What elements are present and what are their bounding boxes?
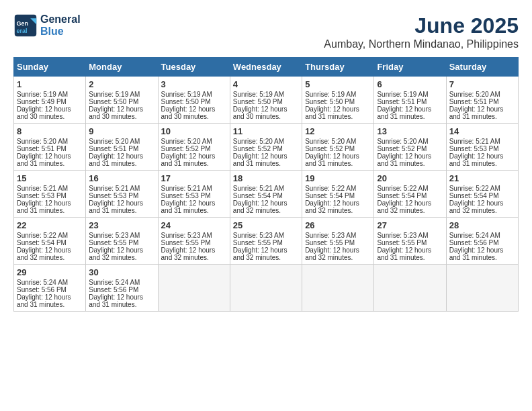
sunset-label: Sunset: 5:50 PM xyxy=(161,98,211,105)
daylight-label: Daylight: 12 hours and 31 minutes. xyxy=(161,152,216,167)
daylight-label: Daylight: 12 hours and 32 minutes. xyxy=(305,199,359,214)
day-number: 11 xyxy=(233,126,299,136)
calendar-cell: 28Sunrise: 5:24 AMSunset: 5:56 PMDayligh… xyxy=(446,218,518,265)
daylight-label: Daylight: 12 hours and 31 minutes. xyxy=(89,199,143,214)
day-number: 30 xyxy=(89,267,154,277)
header-day-sunday: Sunday xyxy=(14,58,86,77)
day-number: 24 xyxy=(161,220,227,230)
header-day-monday: Monday xyxy=(86,58,158,77)
title-area: June 2025 Aumbay, Northern Mindanao, Phi… xyxy=(324,13,519,50)
sunset-label: Sunset: 5:52 PM xyxy=(377,145,427,152)
daylight-label: Daylight: 12 hours and 31 minutes. xyxy=(449,152,504,167)
calendar-cell: 21Sunrise: 5:22 AMSunset: 5:54 PMDayligh… xyxy=(446,171,518,218)
daylight-label: Daylight: 12 hours and 31 minutes. xyxy=(17,152,71,167)
location-title: Aumbay, Northern Mindanao, Philippines xyxy=(324,38,519,50)
day-number: 21 xyxy=(449,173,515,183)
sunrise-label: Sunrise: 5:21 AM xyxy=(89,185,140,192)
daylight-label: Daylight: 12 hours and 31 minutes. xyxy=(377,105,431,120)
daylight-label: Daylight: 12 hours and 31 minutes. xyxy=(17,199,71,214)
sunset-label: Sunset: 5:52 PM xyxy=(233,145,283,152)
calendar-cell: 10Sunrise: 5:20 AMSunset: 5:52 PMDayligh… xyxy=(158,124,230,171)
sunset-label: Sunset: 5:55 PM xyxy=(305,239,355,246)
day-number: 2 xyxy=(89,79,154,89)
sunset-label: Sunset: 5:51 PM xyxy=(449,98,499,105)
sunrise-label: Sunrise: 5:23 AM xyxy=(89,232,140,239)
sunrise-label: Sunrise: 5:23 AM xyxy=(233,232,284,239)
sunrise-label: Sunrise: 5:21 AM xyxy=(233,185,284,192)
calendar-cell: 16Sunrise: 5:21 AMSunset: 5:53 PMDayligh… xyxy=(86,171,158,218)
day-number: 22 xyxy=(17,220,83,230)
daylight-label: Daylight: 12 hours and 31 minutes. xyxy=(305,152,359,167)
calendar-cell: 24Sunrise: 5:23 AMSunset: 5:55 PMDayligh… xyxy=(158,218,230,265)
day-number: 17 xyxy=(161,173,227,183)
calendar-header-row: SundayMondayTuesdayWednesdayThursdayFrid… xyxy=(14,58,519,77)
calendar-cell xyxy=(158,265,230,312)
sunset-label: Sunset: 5:55 PM xyxy=(89,239,138,246)
calendar-cell: 6Sunrise: 5:19 AMSunset: 5:51 PMDaylight… xyxy=(374,77,446,124)
sunset-label: Sunset: 5:54 PM xyxy=(305,192,355,199)
calendar-cell xyxy=(374,265,446,312)
sunrise-label: Sunrise: 5:21 AM xyxy=(17,185,68,192)
sunset-label: Sunset: 5:55 PM xyxy=(161,239,211,246)
day-number: 14 xyxy=(449,126,515,136)
day-number: 3 xyxy=(161,79,227,89)
sunrise-label: Sunrise: 5:19 AM xyxy=(161,91,212,98)
day-number: 13 xyxy=(377,126,443,136)
sunrise-label: Sunrise: 5:20 AM xyxy=(17,138,68,145)
day-number: 26 xyxy=(305,220,371,230)
daylight-label: Daylight: 12 hours and 31 minutes. xyxy=(377,152,431,167)
day-number: 8 xyxy=(17,126,83,136)
sunset-label: Sunset: 5:55 PM xyxy=(233,239,283,246)
sunrise-label: Sunrise: 5:24 AM xyxy=(17,279,68,286)
calendar-cell: 20Sunrise: 5:22 AMSunset: 5:54 PMDayligh… xyxy=(374,171,446,218)
calendar-cell: 14Sunrise: 5:21 AMSunset: 5:53 PMDayligh… xyxy=(446,124,518,171)
daylight-label: Daylight: 12 hours and 32 minutes. xyxy=(233,246,287,261)
calendar-cell: 2Sunrise: 5:19 AMSunset: 5:50 PMDaylight… xyxy=(86,77,158,124)
sunset-label: Sunset: 5:56 PM xyxy=(17,286,66,293)
daylight-label: Daylight: 12 hours and 32 minutes. xyxy=(449,199,504,214)
header-day-friday: Friday xyxy=(374,58,446,77)
sunset-label: Sunset: 5:50 PM xyxy=(89,98,138,105)
sunrise-label: Sunrise: 5:20 AM xyxy=(305,138,356,145)
logo-icon: Gen eral xyxy=(13,13,38,38)
day-number: 6 xyxy=(377,79,443,89)
sunset-label: Sunset: 5:54 PM xyxy=(233,192,283,199)
sunset-label: Sunset: 5:53 PM xyxy=(161,192,211,199)
sunset-label: Sunset: 5:50 PM xyxy=(305,98,355,105)
calendar-cell: 17Sunrise: 5:21 AMSunset: 5:53 PMDayligh… xyxy=(158,171,230,218)
header-day-saturday: Saturday xyxy=(446,58,518,77)
daylight-label: Daylight: 12 hours and 30 minutes. xyxy=(161,105,216,120)
sunrise-label: Sunrise: 5:19 AM xyxy=(377,91,428,98)
calendar-cell: 18Sunrise: 5:21 AMSunset: 5:54 PMDayligh… xyxy=(230,171,302,218)
sunset-label: Sunset: 5:53 PM xyxy=(449,145,499,152)
daylight-label: Daylight: 12 hours and 31 minutes. xyxy=(233,152,287,167)
sunset-label: Sunset: 5:51 PM xyxy=(377,98,427,105)
header-day-wednesday: Wednesday xyxy=(230,58,302,77)
calendar-cell: 27Sunrise: 5:23 AMSunset: 5:55 PMDayligh… xyxy=(374,218,446,265)
sunrise-label: Sunrise: 5:24 AM xyxy=(449,232,500,239)
daylight-label: Daylight: 12 hours and 31 minutes. xyxy=(89,293,143,308)
daylight-label: Daylight: 12 hours and 31 minutes. xyxy=(377,246,431,261)
day-number: 5 xyxy=(305,79,371,89)
calendar-cell xyxy=(230,265,302,312)
daylight-label: Daylight: 12 hours and 32 minutes. xyxy=(377,199,431,214)
day-number: 9 xyxy=(89,126,154,136)
day-number: 25 xyxy=(233,220,299,230)
day-number: 1 xyxy=(17,79,83,89)
sunrise-label: Sunrise: 5:23 AM xyxy=(161,232,212,239)
logo-text: General Blue xyxy=(40,13,81,38)
calendar-cell: 29Sunrise: 5:24 AMSunset: 5:56 PMDayligh… xyxy=(14,265,86,312)
svg-text:eral: eral xyxy=(17,28,28,34)
calendar-week-3: 15Sunrise: 5:21 AMSunset: 5:53 PMDayligh… xyxy=(14,171,519,218)
sunrise-label: Sunrise: 5:22 AM xyxy=(305,185,356,192)
sunset-label: Sunset: 5:51 PM xyxy=(17,145,66,152)
sunrise-label: Sunrise: 5:19 AM xyxy=(305,91,356,98)
sunrise-label: Sunrise: 5:23 AM xyxy=(305,232,356,239)
sunrise-label: Sunrise: 5:20 AM xyxy=(449,91,500,98)
calendar-cell: 12Sunrise: 5:20 AMSunset: 5:52 PMDayligh… xyxy=(302,124,374,171)
day-number: 20 xyxy=(377,173,443,183)
sunset-label: Sunset: 5:54 PM xyxy=(377,192,427,199)
sunrise-label: Sunrise: 5:23 AM xyxy=(377,232,428,239)
sunrise-label: Sunrise: 5:20 AM xyxy=(89,138,140,145)
calendar-cell xyxy=(446,265,518,312)
